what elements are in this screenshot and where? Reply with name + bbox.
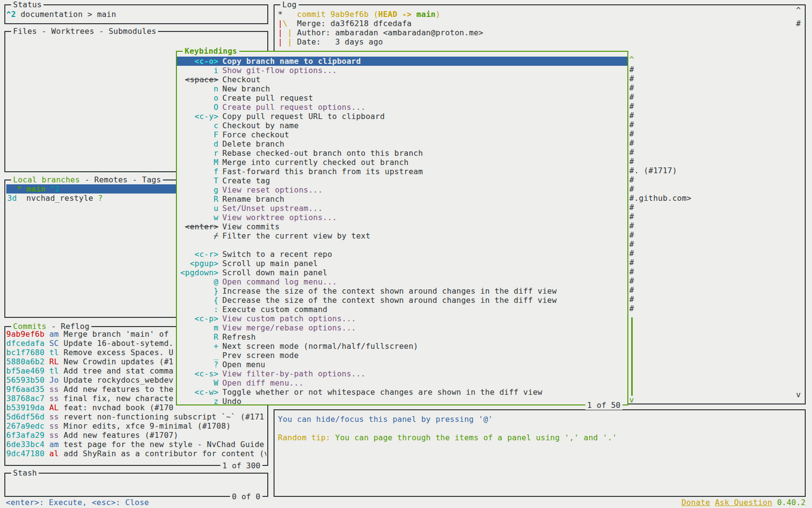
head-ref: HEAD -> bbox=[378, 10, 417, 19]
commit-row[interactable]: 6de33bc4 am test page for the new style … bbox=[6, 440, 266, 449]
keybinding-item[interactable]: @Open command log menu... bbox=[177, 277, 627, 286]
keybinding-item[interactable]: cCheckout by name bbox=[177, 121, 627, 130]
keybinding-item[interactable]: dDelete branch bbox=[177, 139, 627, 149]
keybinding-item[interactable]: RRefresh bbox=[177, 332, 627, 342]
keybinding-item[interactable]: ?Open menu bbox=[177, 360, 627, 369]
menu-scrollbar-thumb[interactable] bbox=[631, 317, 633, 396]
keybinding-item[interactable]: <pgup>Scroll up main panel bbox=[177, 259, 627, 268]
menu-scroll-up-icon[interactable]: ^ bbox=[629, 55, 634, 64]
log-fragment bbox=[629, 359, 691, 368]
keybinding-item[interactable]: +Next screen mode (normal/half/fullscree… bbox=[177, 342, 627, 351]
keybinding-item[interactable]: FForce checkout bbox=[177, 130, 627, 139]
log-line: | | Date: 3 days ago bbox=[278, 37, 483, 46]
keybinding-item[interactable]: TCreate tag bbox=[177, 176, 627, 185]
keybinding-item[interactable]: rRebase checked-out branch onto this bra… bbox=[177, 149, 627, 158]
keybinding-item[interactable]: _Prev screen mode bbox=[177, 351, 627, 360]
text-segment bbox=[59, 357, 64, 366]
commit-row[interactable]: 9dc47180 al add ShyRain as a contributor… bbox=[6, 449, 266, 458]
commit-hash: 9dc47180 bbox=[6, 449, 44, 458]
keybinding-key: n bbox=[177, 84, 218, 93]
log-fragment: # bbox=[629, 221, 691, 230]
keybinding-description: Execute custom command bbox=[222, 305, 327, 314]
tab-local-branches[interactable]: Local branches bbox=[13, 175, 80, 184]
keybinding-item[interactable]: <c-y>Copy pull request URL to clipboard bbox=[177, 112, 627, 121]
log-fragment: # bbox=[629, 129, 691, 138]
log-fragment: # bbox=[629, 65, 691, 74]
log-line: | | Author: ambaradan <ambaradan@proton.… bbox=[278, 28, 483, 37]
keybinding-item[interactable]: MMerge into currently checked out branch bbox=[177, 158, 627, 167]
keybinding-item[interactable]: gView reset options... bbox=[177, 185, 627, 194]
commit-author: am bbox=[49, 329, 59, 339]
keybinding-key: g bbox=[177, 185, 218, 194]
keybinding-item[interactable]: <c-o>Copy branch name to clipboard bbox=[177, 57, 627, 66]
commit-message: test page for the new style - NvChad Gui… bbox=[64, 440, 264, 449]
keybinding-item[interactable]: <c-p>View custom patch options... bbox=[177, 314, 627, 323]
keybinding-key: M bbox=[177, 158, 218, 167]
graph-pipe: | bbox=[288, 28, 297, 37]
commit-row[interactable]: 5d6df56d ss revert non-functioning subsc… bbox=[6, 412, 266, 421]
commit-row[interactable]: 6f3afa29 ss Add new features (#1707) bbox=[6, 431, 266, 440]
stash-counter: 0 of 0 bbox=[230, 492, 262, 501]
keybinding-description: Switch to a recent repo bbox=[222, 250, 332, 259]
log-fragment: # bbox=[629, 239, 691, 249]
keybinding-key: <enter> bbox=[177, 222, 218, 231]
files-panel-tabs[interactable]: Files - Worktrees - Submodules bbox=[11, 27, 158, 36]
text-segment bbox=[44, 394, 49, 403]
keybinding-key: { bbox=[177, 296, 218, 305]
log-fragment: # bbox=[629, 175, 691, 184]
keybind-hints: <enter>: Execute, <esc>: Close bbox=[6, 498, 149, 507]
keybinding-key: f bbox=[177, 167, 218, 176]
log-scroll-down-icon[interactable]: v bbox=[796, 390, 801, 399]
keybinding-item[interactable]: zUndo bbox=[177, 397, 627, 406]
keybinding-item[interactable]: oCreate pull request bbox=[177, 93, 627, 103]
log-panel-title[interactable]: Log bbox=[280, 0, 299, 9]
keybinding-item[interactable]: {Decrease the size of the context shown … bbox=[177, 296, 627, 305]
keybinding-item[interactable]: <space>Checkout bbox=[177, 75, 627, 84]
keybinding-item[interactable]: iShow git-flow options... bbox=[177, 66, 627, 75]
donate-link[interactable]: Donate bbox=[682, 498, 710, 507]
keybinding-item[interactable]: mView merge/rebase options... bbox=[177, 323, 627, 332]
keybinding-key: O bbox=[177, 103, 218, 112]
keybinding-description: Next screen mode (normal/half/fullscreen… bbox=[222, 342, 418, 351]
log-fragment: # bbox=[629, 184, 691, 194]
keybinding-key: <c-y> bbox=[177, 112, 218, 121]
status-panel: Status ^2 documentation > main bbox=[4, 4, 268, 24]
keybinding-item[interactable]: }Increase the size of the context shown … bbox=[177, 286, 627, 296]
keybinding-item[interactable]: <c-w>Toggle whether or not whitespace ch… bbox=[177, 388, 627, 397]
commit-author: SC bbox=[49, 339, 59, 348]
keybinding-description: Delete branch bbox=[222, 139, 284, 149]
keybinding-key: <c-p> bbox=[177, 314, 218, 323]
branches-panel-tabs[interactable]: Local branches - Remotes - Tags bbox=[11, 175, 163, 184]
keybinding-item[interactable]: <pgdown>Scroll down main panel bbox=[177, 268, 627, 277]
keybinding-item[interactable]: OCreate pull request options... bbox=[177, 103, 627, 112]
keybinding-item[interactable]: /Filter the current view by text bbox=[177, 231, 627, 240]
keybinding-item[interactable]: :Execute custom command bbox=[177, 305, 627, 314]
keybinding-item[interactable]: fFast-forward this branch from its upstr… bbox=[177, 167, 627, 176]
keybinding-key: / bbox=[177, 231, 218, 240]
branch-row[interactable]: * main ^2 bbox=[6, 184, 176, 194]
keybinding-item[interactable]: nNew branch bbox=[177, 84, 627, 93]
stash-panel-title[interactable]: Stash bbox=[11, 468, 39, 478]
keybinding-item[interactable]: uSet/Unset upstream... bbox=[177, 204, 627, 213]
tabs-remotes-tags[interactable]: - Remotes - Tags bbox=[80, 175, 161, 184]
commit-row[interactable]: 267a9edc ss Minor edits, xfce 9-minimal … bbox=[6, 421, 266, 431]
text-segment bbox=[44, 412, 49, 421]
menu-scroll-down-icon[interactable]: v bbox=[629, 395, 634, 404]
keybinding-item[interactable]: <c-r>Switch to a recent repo bbox=[177, 250, 627, 259]
keybinding-item[interactable]: <enter>View commits bbox=[177, 222, 627, 231]
keybinding-item[interactable]: <c-s>View filter-by-path options... bbox=[177, 369, 627, 378]
command-log-panel: You can hide/focus this panel by pressin… bbox=[274, 409, 806, 497]
keybinding-description: Merge into currently checked out branch bbox=[222, 158, 408, 167]
log-fragment: # bbox=[629, 212, 691, 221]
text-segment bbox=[59, 348, 64, 357]
ask-question-link[interactable]: Ask Question bbox=[715, 498, 772, 507]
branch-name: nvchad_restyle bbox=[17, 194, 98, 203]
log-scroll-up-icon[interactable]: ^ bbox=[796, 5, 801, 15]
text-segment bbox=[59, 421, 64, 431]
keybinding-item[interactable]: RRename branch bbox=[177, 194, 627, 204]
version-label: 0.40.2 bbox=[777, 498, 806, 507]
keybinding-item[interactable]: wView worktree options... bbox=[177, 213, 627, 222]
keybinding-description: Copy pull request URL to clipboard bbox=[222, 112, 385, 121]
status-panel-title[interactable]: Status bbox=[11, 0, 44, 9]
keybinding-item[interactable]: WOpen diff menu... bbox=[177, 378, 627, 388]
